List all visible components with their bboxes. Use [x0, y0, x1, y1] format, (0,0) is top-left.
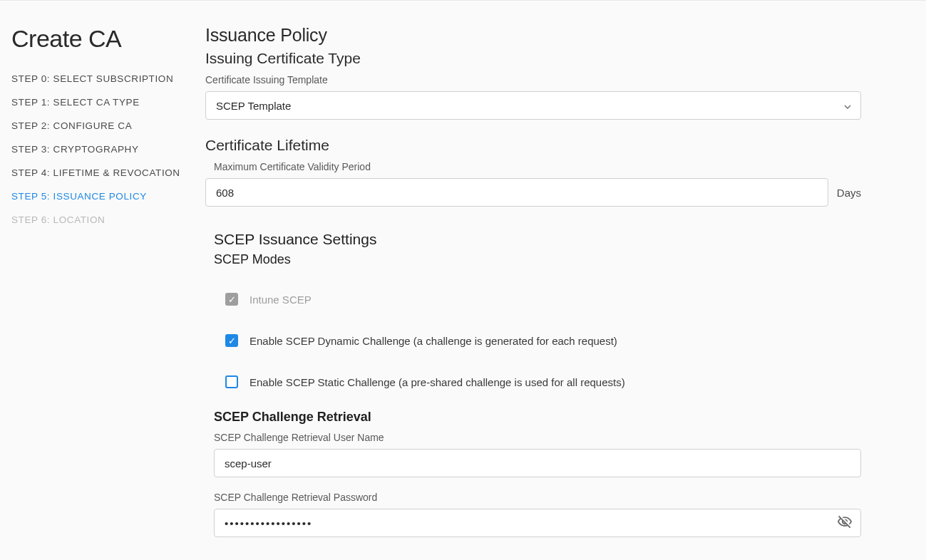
visibility-off-icon[interactable]	[837, 514, 853, 532]
issuing-type-title: Issuing Certificate Type	[205, 50, 861, 67]
step-2[interactable]: STEP 2: CONFIGURE CA	[11, 114, 194, 138]
step-1[interactable]: STEP 1: SELECT CA TYPE	[11, 90, 194, 114]
scep-user-label: SCEP Challenge Retrieval User Name	[214, 432, 861, 443]
template-select[interactable]	[205, 91, 861, 120]
check-icon: ✓	[228, 295, 236, 304]
step-6: STEP 6: LOCATION	[11, 208, 194, 232]
scep-modes-title: SCEP Modes	[205, 252, 861, 267]
validity-field-label: Maximum Certificate Validity Period	[205, 161, 861, 172]
checkbox-dynamic[interactable]: ✓	[225, 334, 238, 347]
validity-input[interactable]	[205, 178, 828, 207]
scep-settings-title: SCEP Issuance Settings	[205, 231, 861, 248]
checkbox-intune-label: Intune SCEP	[249, 294, 312, 306]
step-list: STEP 0: SELECT SUBSCRIPTION STEP 1: SELE…	[11, 67, 194, 232]
step-5[interactable]: STEP 5: ISSUANCE POLICY	[11, 185, 194, 208]
section-title: Issuance Policy	[205, 25, 861, 46]
cert-lifetime-title: Certificate Lifetime	[205, 137, 861, 154]
step-0[interactable]: STEP 0: SELECT SUBSCRIPTION	[11, 67, 194, 90]
page-title: Create CA	[11, 25, 194, 53]
scep-user-input[interactable]	[214, 449, 861, 477]
step-4[interactable]: STEP 4: LIFETIME & REVOCATION	[11, 161, 194, 185]
scep-password-input[interactable]	[214, 509, 861, 537]
check-icon: ✓	[228, 336, 236, 346]
scep-mode-dynamic[interactable]: ✓ Enable SCEP Dynamic Challenge (a chall…	[205, 324, 861, 357]
checkbox-intune: ✓	[225, 293, 238, 306]
main-content: Issuance Policy Issuing Certificate Type…	[205, 8, 890, 560]
scep-retrieval-title: SCEP Challenge Retrieval	[205, 410, 861, 425]
scep-mode-static[interactable]: Enable SCEP Static Challenge (a pre-shar…	[205, 365, 861, 398]
wizard-sidebar: Create CA STEP 0: SELECT SUBSCRIPTION ST…	[0, 8, 205, 560]
validity-unit: Days	[837, 187, 861, 199]
checkbox-static[interactable]	[225, 375, 238, 388]
template-select-wrapper	[205, 91, 861, 120]
scep-password-label: SCEP Challenge Retrieval Password	[214, 492, 861, 503]
checkbox-dynamic-label: Enable SCEP Dynamic Challenge (a challen…	[249, 335, 617, 347]
scep-mode-intune: ✓ Intune SCEP	[205, 283, 861, 316]
template-field-label: Certificate Issuing Template	[205, 74, 861, 85]
step-3[interactable]: STEP 3: CRYPTOGRAPHY	[11, 138, 194, 161]
checkbox-static-label: Enable SCEP Static Challenge (a pre-shar…	[249, 376, 625, 388]
